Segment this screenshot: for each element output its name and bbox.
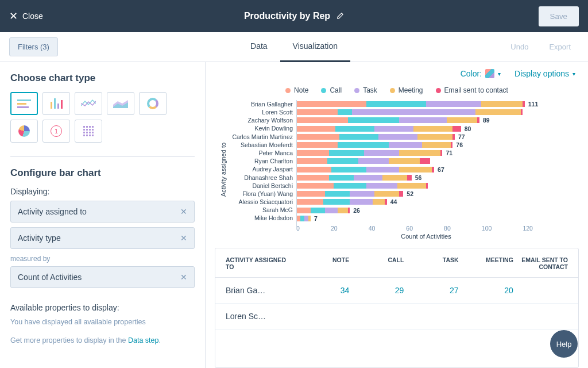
x-tick: 120 [523, 225, 533, 232]
bar-row[interactable]: 52 [296, 190, 556, 198]
color-picker[interactable]: Color: ▾ [461, 69, 501, 78]
bar-segment [296, 183, 334, 189]
bar-row[interactable]: 7 [296, 214, 556, 223]
bar-row[interactable]: 111 [296, 100, 556, 108]
chart-type-line[interactable] [75, 92, 102, 115]
bar-segment [296, 175, 329, 181]
bar-row[interactable]: 76 [296, 141, 556, 149]
category-label: Carlos Martin Martinez [229, 133, 293, 141]
configure-heading: Configure bar chart [10, 167, 195, 179]
bar-segment [296, 134, 339, 140]
bar-segment [327, 158, 358, 164]
chart-type-hbar[interactable] [10, 92, 38, 115]
category-label: Kevin Dowling [229, 125, 293, 133]
remove-chip-icon[interactable]: ✕ [180, 207, 187, 216]
bar-row[interactable]: 80 [296, 125, 556, 133]
page-title-group: Productivity by Rep [244, 11, 344, 21]
legend-item[interactable]: Task [354, 86, 377, 94]
bar-segment [366, 167, 399, 172]
bar-segment [382, 175, 407, 181]
tab-visualization[interactable]: Visualization [280, 32, 350, 62]
chart-body: Activity assigned to Brian GallagherLore… [215, 100, 579, 240]
chart-type-pie[interactable] [10, 120, 38, 143]
bar-total: 71 [446, 150, 452, 156]
table-col-header[interactable]: MEETING [463, 256, 513, 270]
bar-segment [452, 126, 461, 132]
bar-segment [296, 126, 335, 132]
legend-item[interactable]: Note [285, 86, 308, 94]
chart-type-number[interactable]: 1 [42, 120, 70, 143]
bar-total: 111 [528, 101, 539, 108]
bar-segment [331, 167, 366, 172]
cell-name: Loren Sc… [226, 312, 295, 321]
page-title: Productivity by Rep [244, 11, 330, 21]
table-row[interactable]: Loren Sc… [215, 304, 578, 329]
chart-card: NoteCallTaskMeetingEmail sent to contact… [215, 83, 579, 240]
bar-row[interactable]: 56 [296, 174, 556, 182]
bar-segment [296, 167, 331, 172]
table-col-header[interactable]: NOTE [299, 256, 349, 270]
bar-segment [296, 208, 311, 213]
table-col-header[interactable]: EMAIL SENT TO CONTACT [518, 256, 568, 270]
undo-button[interactable]: Undo [502, 38, 536, 56]
bar-segment [296, 199, 323, 205]
bar-total: 89 [483, 117, 490, 124]
edit-title-icon[interactable] [336, 12, 344, 20]
chart-type-table[interactable] [75, 120, 102, 143]
data-step-link[interactable]: Data step [128, 336, 159, 344]
x-tick: 40 [369, 225, 376, 232]
bar-row[interactable]: 44 [296, 198, 556, 206]
bar-segment [325, 191, 350, 197]
bar-segment [296, 150, 329, 156]
display-options[interactable]: Display options ▾ [514, 69, 575, 78]
bar-row[interactable]: 71 [296, 149, 556, 157]
bar-segment [364, 150, 399, 156]
chip-activity-assigned[interactable]: Activity assigned to✕ [10, 201, 195, 223]
category-label: Audrey Jaspart [229, 166, 293, 174]
bar-row[interactable] [296, 157, 556, 165]
legend-dot-icon [354, 88, 359, 93]
help-button[interactable]: Help [550, 330, 578, 358]
bar-segment [373, 199, 385, 205]
close-button[interactable]: ✕ Close [9, 11, 43, 21]
remove-chip-icon[interactable]: ✕ [180, 273, 187, 282]
chevron-down-icon: ▾ [498, 71, 501, 77]
legend-dot-icon [436, 88, 441, 93]
chart-type-vbar[interactable] [42, 92, 70, 115]
table-col-header[interactable]: TASK [408, 256, 458, 270]
category-label: Daniel Bertschi [229, 182, 293, 190]
bar-segment [475, 109, 521, 115]
legend-item[interactable]: Call [321, 86, 342, 94]
right-panel: Color: ▾ Display options ▾ NoteCallTaskM… [206, 62, 588, 368]
table-col-header[interactable]: ACTIVITY ASSIGNED TO [226, 256, 295, 270]
bar-row[interactable]: 67 [296, 166, 556, 174]
bar-row[interactable]: 26 [296, 206, 556, 214]
choose-chart-heading: Choose chart type [10, 72, 195, 84]
tab-data[interactable]: Data [238, 32, 280, 62]
bar-segment [521, 109, 523, 115]
legend-item[interactable]: Meeting [390, 86, 423, 94]
save-button[interactable]: Save [539, 6, 579, 26]
bar-segment [452, 134, 455, 140]
bar-segment [334, 183, 366, 189]
bar-row[interactable] [296, 182, 556, 190]
bar-row[interactable]: 77 [296, 133, 556, 141]
cell-note: 34 [299, 286, 349, 295]
chip-count-activities[interactable]: Count of Activities✕ [10, 266, 195, 288]
bar-row[interactable]: 89 [296, 116, 556, 124]
table-row[interactable]: Brian Ga…34292720 [215, 278, 578, 304]
chart-type-donut[interactable] [139, 92, 167, 115]
chip-activity-type[interactable]: Activity type✕ [10, 227, 195, 249]
bar-row[interactable] [296, 108, 556, 116]
table-col-header[interactable]: CALL [354, 256, 404, 270]
bar-segment [481, 101, 523, 107]
x-tick: 60 [406, 225, 413, 232]
remove-chip-icon[interactable]: ✕ [180, 233, 187, 243]
filters-button[interactable]: Filters (3) [9, 37, 58, 56]
legend-item[interactable]: Email sent to contact [436, 86, 508, 94]
export-button[interactable]: Export [541, 38, 579, 56]
bar-segment [338, 109, 352, 115]
bar-segment [389, 142, 421, 148]
bar-segment [399, 191, 403, 197]
chart-type-area[interactable] [107, 92, 134, 115]
